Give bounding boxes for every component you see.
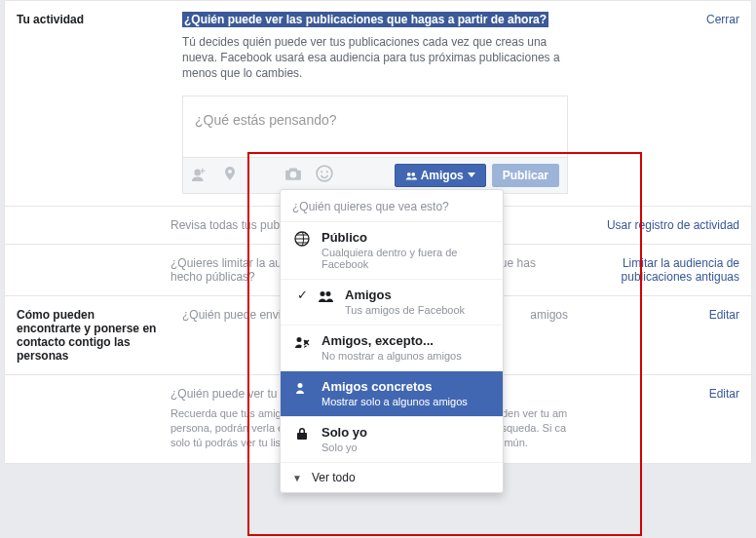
audience-selector-button[interactable]: Amigos <box>395 164 486 187</box>
friends-sub: Tus amigos de Facebook <box>345 304 491 316</box>
lock-icon <box>292 425 312 442</box>
dropdown-item-public[interactable]: Público Cualquiera dentro y fuera de Fac… <box>281 222 503 280</box>
chevron-down-icon: ▼ <box>292 473 302 483</box>
friends-except-icon <box>292 333 312 350</box>
close-link[interactable]: Cerrar <box>706 13 739 26</box>
see-all-label: Ver todo <box>312 471 356 484</box>
composer-placeholder[interactable]: ¿Qué estás pensando? <box>183 96 567 157</box>
dropdown-title: ¿Quién quieres que vea esto? <box>281 190 503 222</box>
camera-icon[interactable] <box>284 165 302 185</box>
audience-button-label: Amigos <box>421 169 464 182</box>
only-me-title: Solo yo <box>321 425 491 440</box>
publish-button[interactable]: Publicar <box>492 164 559 187</box>
section-label-find: Cómo pueden encontrarte y ponerse en con… <box>5 308 170 363</box>
edit-friend-list-link[interactable]: Editar <box>709 387 739 401</box>
location-icon[interactable] <box>222 166 238 184</box>
dropdown-item-friends-except[interactable]: Amigos, excepto... No mostrar a algunos … <box>281 326 503 371</box>
svg-point-0 <box>317 166 332 181</box>
specific-friends-title: Amigos concretos <box>321 379 491 394</box>
public-sub: Cualquiera dentro y fuera de Facebook <box>321 247 491 270</box>
audience-dropdown: ¿Quién quieres que vea esto? Público Cua… <box>280 189 504 493</box>
activity-question-highlight: ¿Quién puede ver las publicaciones que h… <box>182 12 548 27</box>
composer-toolbar: Amigos Publicar <box>183 157 567 193</box>
svg-point-2 <box>326 171 328 173</box>
specific-friends-sub: Mostrar solo a algunos amigos <box>321 396 491 407</box>
use-activity-log-link[interactable]: Usar registro de actividad <box>607 218 739 232</box>
dropdown-item-friends[interactable]: ✓ Amigos Tus amigos de Facebook <box>281 280 503 326</box>
svg-point-1 <box>321 171 322 173</box>
dropdown-see-all[interactable]: ▼ Ver todo <box>281 463 503 492</box>
specific-friends-icon <box>292 379 312 396</box>
tag-people-icon[interactable] <box>191 165 208 185</box>
emoji-icon[interactable] <box>316 165 333 185</box>
chevron-down-icon <box>468 173 475 177</box>
check-icon: ✓ <box>292 288 312 302</box>
dropdown-item-only-me[interactable]: Solo yo Solo yo <box>281 417 503 463</box>
public-title: Público <box>321 230 491 245</box>
friends-except-title: Amigos, excepto... <box>321 333 491 348</box>
activity-row-current-audience: Tu actividad ¿Quién puede ver las public… <box>5 1 751 206</box>
edit-friend-requests-link[interactable]: Editar <box>709 308 739 322</box>
activity-body: ¿Quién puede ver las publicaciones que h… <box>170 13 576 194</box>
dropdown-item-specific-friends[interactable]: Amigos concretos Mostrar solo a algunos … <box>281 371 503 417</box>
limit-past-link[interactable]: Limitar la audiencia de publicaciones an… <box>622 256 739 284</box>
friend-requests-value: amigos <box>530 308 568 322</box>
globe-icon <box>292 230 312 247</box>
only-me-sub: Solo yo <box>321 442 491 453</box>
section-label-activity: Tu actividad <box>5 13 170 194</box>
friends-title: Amigos <box>345 288 491 302</box>
friends-icon <box>316 288 335 304</box>
activity-desc: Tú decides quién puede ver tus publicaci… <box>182 34 568 82</box>
friends-except-sub: No mostrar a algunos amigos <box>321 350 491 362</box>
post-composer: ¿Qué estás pensando? Amigos Public <box>182 96 568 194</box>
